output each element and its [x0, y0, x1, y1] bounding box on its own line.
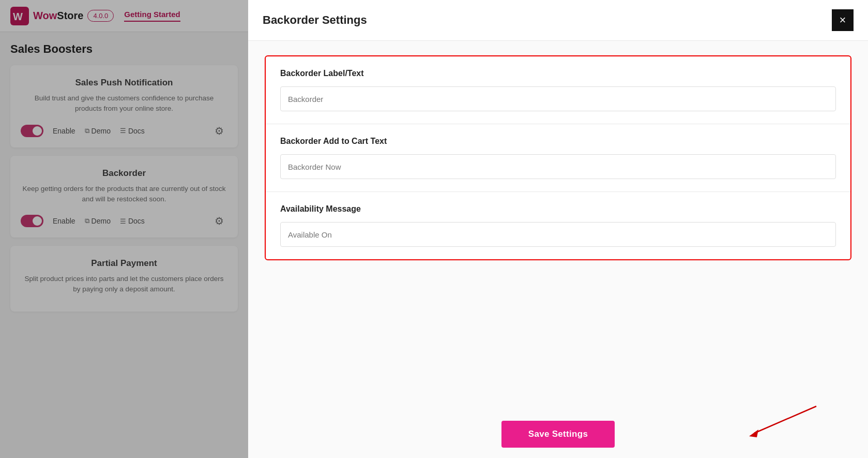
backorder-settings-modal: Backorder Settings × Backorder Label/Tex…: [248, 0, 868, 458]
svg-line-2: [754, 406, 816, 433]
availability-message-section: Availability Message: [266, 192, 850, 259]
modal-close-button[interactable]: ×: [832, 9, 854, 31]
svg-marker-3: [749, 430, 758, 437]
backorder-label-heading: Backorder Label/Text: [280, 69, 836, 78]
modal-header: Backorder Settings ×: [248, 0, 868, 41]
save-settings-button[interactable]: Save Settings: [501, 421, 615, 448]
availability-message-heading: Availability Message: [280, 204, 836, 214]
backorder-add-to-cart-heading: Backorder Add to Cart Text: [280, 137, 836, 146]
backorder-add-to-cart-input[interactable]: [280, 154, 836, 179]
backorder-add-to-cart-section: Backorder Add to Cart Text: [266, 124, 850, 192]
modal-title: Backorder Settings: [263, 13, 367, 27]
modal-footer: Save Settings: [248, 410, 868, 458]
backorder-label-input[interactable]: [280, 86, 836, 111]
backorder-label-section: Backorder Label/Text: [266, 56, 850, 124]
settings-container: Backorder Label/Text Backorder Add to Ca…: [265, 55, 851, 260]
modal-body: Backorder Label/Text Backorder Add to Ca…: [248, 41, 868, 410]
availability-message-input[interactable]: [280, 222, 836, 247]
